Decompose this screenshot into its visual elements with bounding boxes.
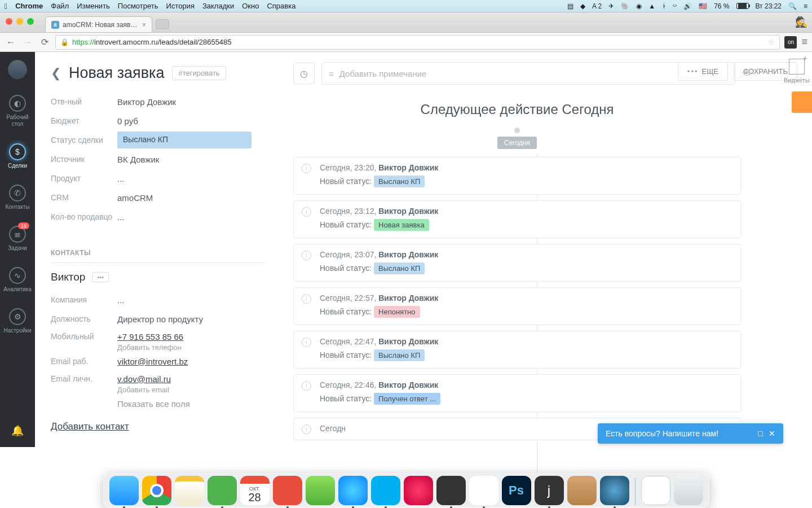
volume-icon[interactable]: 🔊 — [683, 2, 692, 10]
position-value[interactable]: Директор по продукту — [117, 314, 276, 324]
add-note-input[interactable]: ≡ Добавить примечание — [321, 62, 735, 85]
window-zoom-button[interactable] — [27, 18, 34, 25]
nav-contacts[interactable]: ✆ Контакты — [0, 179, 35, 216]
wifi-icon[interactable]: ⌔ — [673, 2, 677, 10]
dock-teamviewer-icon[interactable] — [469, 476, 498, 505]
personal-email-link[interactable]: v.dov@mail.ru — [117, 374, 171, 384]
chat-expand-icon[interactable]: □ — [758, 429, 762, 438]
dock-leaf-icon[interactable] — [306, 476, 335, 505]
gdrive-tray-icon[interactable]: ▲ — [648, 2, 655, 10]
bluetooth-icon[interactable]: ᚼ — [662, 2, 666, 10]
timeline-event[interactable]: iСегодня, 23:20, Виктор ДовжикНовый стат… — [293, 157, 741, 195]
tray-icon[interactable]: ✈ — [608, 2, 614, 10]
support-chat-widget[interactable]: Есть вопросы? Напишите нам! □ ✕ — [598, 423, 783, 444]
tray-icon[interactable]: ◉ — [636, 2, 642, 10]
battery-icon[interactable] — [736, 3, 749, 9]
tray-icon[interactable]: ◆ — [580, 2, 585, 10]
dock-notes-icon[interactable] — [175, 476, 204, 505]
dock-app-icon[interactable] — [436, 476, 466, 505]
extension-icon[interactable]: on — [784, 36, 797, 49]
tag-button[interactable]: #тегировать — [172, 66, 226, 80]
add-email-link[interactable]: Добавить email — [117, 386, 276, 394]
menubar-item-help[interactable]: Справка — [267, 2, 295, 10]
back-chevron-icon[interactable]: ❮ — [51, 66, 61, 81]
user-avatar[interactable] — [8, 60, 27, 79]
budget-value[interactable]: 0 руб — [117, 116, 276, 126]
nav-analytics[interactable]: ∿ Аналитика — [0, 261, 35, 298]
timeline-filter-button[interactable]: ◷ — [293, 63, 315, 84]
nav-deals[interactable]: $ Сделки — [0, 138, 35, 174]
responsible-value[interactable]: Виктор Довжик — [117, 97, 276, 107]
menubar-item-edit[interactable]: Изменить — [77, 2, 110, 10]
tab-close-icon[interactable]: × — [142, 21, 146, 29]
dock-finder-icon[interactable] — [109, 476, 139, 505]
deal-status-select[interactable]: Выслано КП — [117, 132, 251, 148]
product-value[interactable]: ... — [117, 174, 276, 183]
apple-logo-icon[interactable] — [5, 2, 7, 11]
gear-icon: ⚙ — [9, 308, 26, 325]
info-icon: i — [302, 251, 311, 260]
sellers-value[interactable]: ... — [117, 212, 276, 222]
add-contact-link[interactable]: Добавить контакт — [51, 421, 129, 432]
field-label: Статус сделки — [51, 135, 117, 144]
show-all-fields-link[interactable]: Показать все поля — [117, 399, 276, 409]
menubar-item-file[interactable]: Файл — [51, 2, 69, 10]
keyboard-layout-icon[interactable]: 🇺🇸 — [699, 2, 707, 10]
contact-more-button[interactable]: ••• — [92, 272, 109, 282]
nav-settings[interactable]: ⚙ Настройки — [0, 303, 35, 339]
browser-tab[interactable]: a amoCRM: Новая заявка, ... × — [45, 16, 152, 32]
window-minimize-button[interactable] — [16, 18, 23, 25]
dock-contacts-icon[interactable] — [567, 476, 597, 505]
menubar-item-view[interactable]: Посмотреть — [118, 2, 158, 10]
dock-itunes-icon[interactable] — [404, 476, 433, 505]
chat-close-icon[interactable]: ✕ — [769, 429, 775, 438]
timeline-event[interactable]: iСегодня, 22:47, Виктор ДовжикНовый стат… — [293, 331, 741, 369]
back-button[interactable]: ← — [5, 37, 17, 47]
dock-document-icon[interactable] — [641, 476, 670, 505]
dock-photoshop-icon[interactable]: Ps — [502, 476, 531, 505]
timeline-event[interactable]: iСегодня, 23:12, Виктор ДовжикНовый стат… — [293, 200, 741, 238]
dock-wunderlist-icon[interactable] — [273, 476, 302, 505]
window-close-button[interactable] — [6, 18, 12, 25]
crm-value[interactable]: amoCRM — [117, 193, 276, 203]
source-value[interactable]: ВК Довжик — [117, 155, 276, 164]
timeline-event[interactable]: iСегодня, 22:46, Виктор ДовжикНовый стат… — [293, 374, 741, 412]
dock-chrome-icon[interactable] — [142, 476, 171, 505]
dock-messages-icon[interactable] — [338, 476, 368, 505]
tray-icon[interactable]: ▤ — [567, 2, 573, 10]
contact-name[interactable]: Виктор — [51, 271, 85, 283]
menubar-app-name[interactable]: Chrome — [15, 2, 43, 10]
dock-evernote-icon[interactable] — [208, 476, 237, 505]
clock[interactable]: Вт 23:22 — [756, 2, 782, 10]
dock-trash-icon[interactable] — [674, 476, 703, 505]
address-bar[interactable]: 🔒 https://introvert.amocrm.ru/leads/deta… — [55, 35, 780, 50]
adobe-cc-icon[interactable]: A 2 — [592, 2, 602, 10]
nav-tasks[interactable]: 19 ≣ Задачи — [0, 220, 35, 257]
dock-skype-icon[interactable] — [371, 476, 400, 505]
timeline-event[interactable]: iСегодня, 23:07, Виктор ДовжикНовый стат… — [293, 244, 741, 282]
page-title[interactable]: Новая заявка — [69, 64, 164, 82]
menubar-item-window[interactable]: Окно — [242, 2, 259, 10]
mobile-phone-link[interactable]: +7 916 553 85 66 — [117, 332, 183, 341]
menubar-item-history[interactable]: История — [166, 2, 195, 10]
dock-app-icon[interactable]: j — [535, 476, 564, 505]
notifications-bell-icon[interactable]: 🔔 — [11, 424, 24, 437]
tab-title: amoCRM: Новая заявка, ... — [63, 21, 139, 29]
spotlight-icon[interactable]: 🔍 — [788, 2, 797, 10]
chrome-menu-icon[interactable]: ≡ — [801, 36, 807, 48]
nav-dashboard[interactable]: ◐ Рабочий стол — [0, 89, 35, 133]
add-phone-link[interactable]: Добавить телефон — [117, 343, 276, 352]
company-value[interactable]: ... — [117, 295, 276, 305]
chrome-tabstrip: a amoCRM: Новая заявка, ... × 🕵 — [0, 12, 812, 33]
new-tab-button[interactable] — [156, 19, 169, 29]
evernote-tray-icon[interactable]: 🐘 — [621, 2, 629, 10]
visibility-toggle-icon[interactable]: 👁 — [742, 68, 752, 80]
reload-button[interactable]: ⟳ — [38, 37, 51, 47]
bookmark-star-icon[interactable]: ☆ — [768, 38, 775, 46]
menubar-item-bookmarks[interactable]: Закладки — [202, 2, 234, 10]
notification-center-icon[interactable]: ≡ — [804, 2, 807, 10]
dock-calendar-icon[interactable]: ОКТ.28 — [240, 476, 270, 505]
dock-quicktime-icon[interactable] — [600, 476, 629, 505]
timeline-event[interactable]: iСегодня, 22:57, Виктор ДовжикНовый стат… — [293, 287, 741, 325]
work-email-link[interactable]: viktor@introvert.bz — [117, 357, 188, 366]
